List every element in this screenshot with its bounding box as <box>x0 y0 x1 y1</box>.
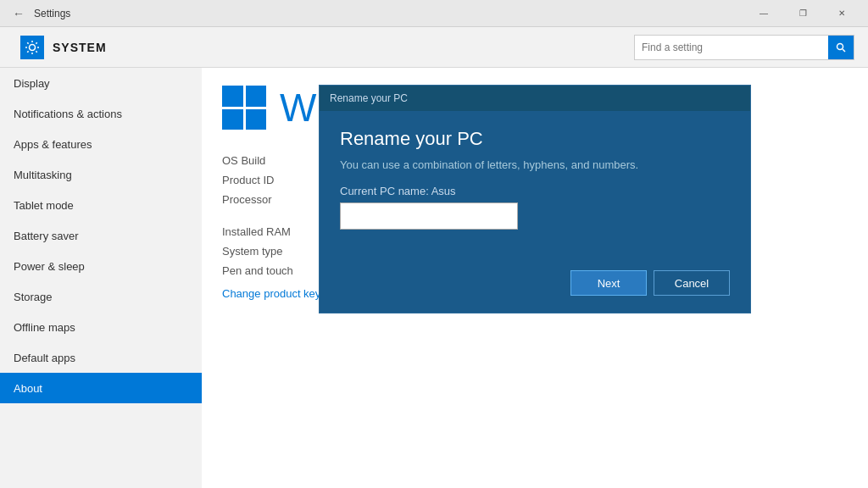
svg-line-2 <box>843 49 845 52</box>
cancel-button[interactable]: Cancel <box>654 270 730 296</box>
sidebar-item-default-apps[interactable]: Default apps <box>0 342 202 373</box>
sidebar-item-notifications[interactable]: Notifications & actions <box>0 98 202 129</box>
window-controls: — ❐ ✕ <box>744 0 861 27</box>
sidebar-items: Display Notifications & actions Apps & f… <box>0 68 202 488</box>
sidebar: Display Notifications & actions Apps & f… <box>0 68 202 488</box>
dialog-title: Rename your PC <box>340 128 730 150</box>
sidebar-item-tablet[interactable]: Tablet mode <box>0 190 202 220</box>
titlebar-title: Settings <box>34 8 70 19</box>
sidebar-item-display[interactable]: Display <box>0 68 202 98</box>
sidebar-item-apps[interactable]: Apps & features <box>0 129 202 159</box>
next-button[interactable]: Next <box>570 270 647 296</box>
rename-pc-dialog[interactable]: Rename your PC Rename your PC You can us… <box>319 85 751 313</box>
dialog-buttons: Next Cancel <box>320 263 750 313</box>
back-button[interactable]: ← <box>7 2 31 25</box>
content-area: Windows 10 OS Build 10586.104 Product ID… <box>202 68 868 488</box>
svg-point-1 <box>837 43 843 49</box>
close-button[interactable]: ✕ <box>822 0 861 27</box>
titlebar: ← Settings — ❐ ✕ <box>0 0 868 27</box>
dialog-body: Rename your PC You can use a combination… <box>320 111 750 263</box>
sidebar-item-offline-maps[interactable]: Offline maps <box>0 312 202 342</box>
windows-logo <box>222 86 266 130</box>
sidebar-item-power[interactable]: Power & sleep <box>0 251 202 281</box>
search-input[interactable] <box>635 36 828 59</box>
rename-pc-input[interactable] <box>340 202 518 230</box>
main-layout: Display Notifications & actions Apps & f… <box>0 68 868 488</box>
maximize-button[interactable]: ❐ <box>783 0 822 27</box>
sidebar-header: SYSTEM <box>7 24 120 71</box>
minimize-button[interactable]: — <box>744 0 783 27</box>
system-icon <box>20 36 44 59</box>
dialog-subtitle: You can use a combination of letters, hy… <box>340 158 730 171</box>
search-button[interactable] <box>828 36 854 59</box>
search-box[interactable] <box>634 35 854 60</box>
header-left: SYSTEM <box>0 27 202 67</box>
sidebar-item-battery[interactable]: Battery saver <box>0 220 202 251</box>
sidebar-item-multitasking[interactable]: Multitasking <box>0 159 202 190</box>
sidebar-item-about[interactable]: About <box>0 373 202 403</box>
dialog-titlebar: Rename your PC <box>320 86 750 111</box>
dialog-current-pc-label: Current PC name: Asus <box>340 185 730 197</box>
header: SYSTEM <box>0 27 868 68</box>
svg-point-0 <box>30 44 36 50</box>
system-title: SYSTEM <box>53 41 107 54</box>
sidebar-item-storage[interactable]: Storage <box>0 281 202 312</box>
